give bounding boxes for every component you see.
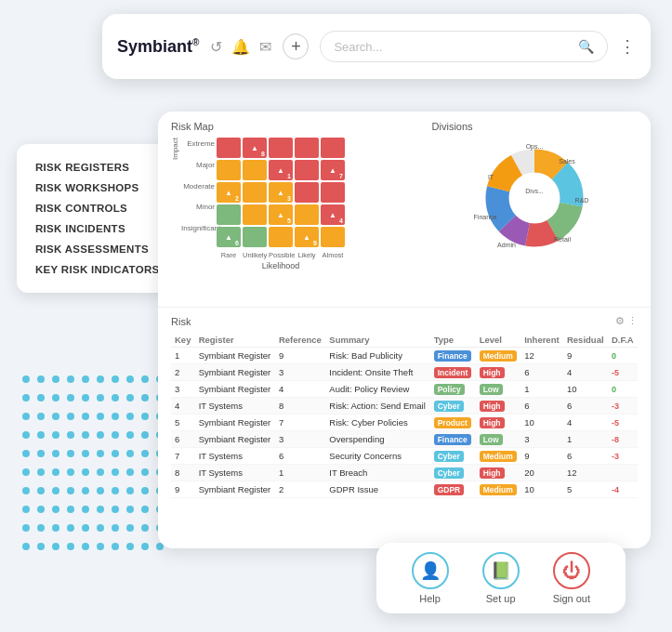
heat-cell-3-4: ▲4: [321, 204, 345, 225]
svg-text:Divs...: Divs...: [526, 188, 545, 194]
signout-action[interactable]: ⏻ Sign out: [536, 552, 607, 604]
table-cell-1-7: 4: [563, 364, 608, 381]
table-cell-5-8: -8: [608, 431, 638, 448]
col-inherent: Inherent: [520, 333, 563, 348]
table-row[interactable]: 7IT Systems6Security ConcernsCyberMedium…: [171, 448, 638, 465]
table-cell-4-5: High: [476, 415, 521, 431]
x-label-5: Almost: [321, 251, 345, 259]
app-logo: Symbiant®: [117, 37, 199, 57]
heat-cell-3-3: [295, 204, 319, 225]
main-content-panel: Risk Map Impact Extreme Major Moderate M…: [158, 112, 651, 548]
nav-item-incidents[interactable]: RISK INCIDENTS: [35, 218, 161, 239]
table-cell-8-3: GDPR Issue: [325, 481, 429, 498]
search-placeholder: Search...: [334, 40, 382, 54]
setup-icon: 📗: [482, 552, 520, 589]
svg-text:Finance: Finance: [474, 214, 497, 220]
heat-cell-2-3: [295, 182, 319, 203]
table-cell-2-5: Low: [476, 381, 521, 398]
nav-item-registers[interactable]: RISK REGISTERS: [35, 157, 161, 178]
nav-item-assessments[interactable]: RISK ASSESSMENTS: [35, 239, 161, 259]
y-label-2: Minor: [181, 203, 215, 211]
svg-text:R&D: R&D: [575, 197, 589, 204]
table-row[interactable]: 2Symbiant Register3Incident: Onsite Thef…: [171, 364, 638, 381]
setup-action[interactable]: 📗 Set up: [466, 552, 536, 604]
table-cell-3-6: 6: [520, 398, 563, 415]
table-row[interactable]: 1Symbiant Register9Risk: Bad PublicityFi…: [171, 348, 638, 364]
table-cell-1-0: 2: [171, 364, 195, 381]
table-cell-5-6: 3: [520, 431, 563, 448]
x-label-1: Rare: [217, 251, 241, 259]
table-cell-7-5: High: [476, 465, 521, 481]
mail-icon[interactable]: ✉: [259, 38, 271, 56]
risk-table-section: Risk ⚙ ⋮ Key Register Reference Summary …: [158, 307, 651, 506]
col-type: Type: [430, 333, 476, 348]
nav-item-controls[interactable]: RISK CONTROLS: [35, 198, 161, 218]
browser-nav-icons: ↺ 🔔 ✉: [210, 38, 271, 56]
risk-table-controls[interactable]: ⚙ ⋮: [615, 315, 638, 327]
table-cell-0-8: 0: [608, 348, 638, 364]
heat-cell-2-4: [321, 182, 345, 203]
table-cell-7-8: [608, 465, 638, 481]
svg-text:Sales: Sales: [560, 158, 576, 165]
table-cell-6-8: -3: [608, 448, 638, 465]
x-axis-title: Likelihood: [217, 261, 345, 270]
table-cell-3-2: 8: [275, 398, 325, 415]
table-row[interactable]: 9Symbiant Register2GDPR IssueGDPRMedium1…: [171, 481, 638, 498]
table-cell-7-7: 12: [563, 465, 608, 481]
table-cell-7-2: 1: [275, 465, 325, 481]
col-level: Level: [476, 333, 521, 348]
svg-text:IT: IT: [488, 174, 494, 180]
heat-cell-1-2: ▲1: [269, 160, 293, 180]
heat-row-2: ▲2▲3: [217, 182, 345, 203]
table-cell-7-4: Cyber: [430, 465, 476, 481]
help-label: Help: [419, 593, 441, 604]
table-cell-2-4: Policy: [430, 381, 476, 398]
x-axis-labels: Rare Unlikely Possible Likely Almost: [217, 251, 345, 259]
table-cell-3-4: Cyber: [430, 398, 476, 415]
table-row[interactable]: 8IT Systems1IT BreachCyberHigh2012: [171, 465, 638, 481]
risk-table-header-row: Risk ⚙ ⋮: [171, 315, 638, 327]
table-cell-0-0: 1: [171, 348, 195, 364]
table-cell-6-1: IT Systems: [195, 448, 275, 465]
table-cell-1-8: -5: [608, 364, 638, 381]
heat-cell-0-0: [217, 138, 241, 158]
table-cell-4-2: 7: [275, 415, 325, 431]
table-cell-7-0: 8: [171, 465, 195, 481]
more-menu-button[interactable]: ⋮: [619, 36, 636, 57]
heat-cell-3-1: [243, 204, 267, 225]
x-label-2: Unlikely: [243, 251, 267, 259]
table-cell-2-7: 10: [563, 381, 608, 398]
heat-cell-4-4: [321, 227, 345, 247]
table-row[interactable]: 4IT Systems8Risk: Action: Send EmailCybe…: [171, 398, 638, 415]
signout-icon: ⏻: [553, 552, 590, 589]
table-cell-7-1: IT Systems: [195, 465, 275, 481]
heat-cell-4-2: [269, 227, 293, 247]
search-bar[interactable]: Search... 🔍: [320, 31, 608, 62]
table-cell-5-7: 1: [563, 431, 608, 448]
nav-item-indicators[interactable]: KEY RISK INDICATORS: [35, 259, 161, 280]
table-cell-2-6: 1: [520, 381, 563, 398]
nav-item-workshops[interactable]: RISK WORKSHOPS: [35, 178, 161, 198]
table-row[interactable]: 3Symbiant Register4Audit: Policy ReviewP…: [171, 381, 638, 398]
col-residual: Residual: [563, 333, 608, 348]
table-cell-8-2: 2: [275, 481, 325, 498]
table-cell-4-3: Risk: Cyber Policies: [325, 415, 429, 431]
heat-cell-3-2: ▲5: [269, 204, 293, 225]
heat-cell-4-0: ▲6: [217, 227, 241, 247]
help-action[interactable]: 👤 Help: [395, 552, 466, 604]
y-axis-label: Impact: [171, 138, 179, 160]
table-cell-1-1: Symbiant Register: [195, 364, 275, 381]
table-row[interactable]: 6Symbiant Register3OverspendingFinanceLo…: [171, 431, 638, 448]
risk-map-title: Risk Map: [171, 121, 423, 132]
heat-cell-0-1: ▲8: [243, 138, 267, 158]
add-button[interactable]: +: [283, 33, 309, 59]
heat-cell-0-2: [269, 138, 293, 158]
table-cell-6-5: Medium: [476, 448, 521, 465]
heat-cell-0-3: [295, 138, 319, 158]
refresh-icon[interactable]: ↺: [210, 38, 222, 56]
table-row[interactable]: 5Symbiant Register7Risk: Cyber PoliciesP…: [171, 415, 638, 431]
table-cell-5-0: 6: [171, 431, 195, 448]
divisions-donut-chart: Divs... Ops... Sales R&D Retail Admin Fi…: [474, 138, 595, 258]
table-cell-0-2: 9: [275, 348, 325, 364]
bell-icon[interactable]: 🔔: [231, 38, 250, 56]
